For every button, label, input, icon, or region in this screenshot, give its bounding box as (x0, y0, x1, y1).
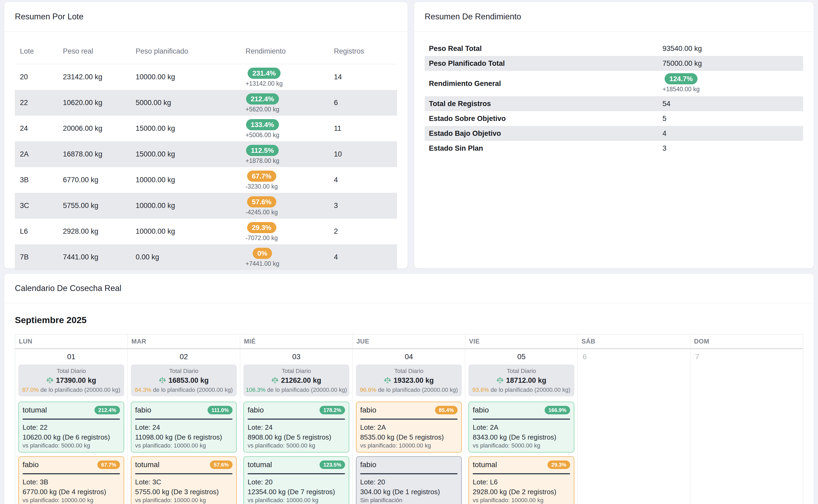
day-events: fabio85.4% Lote: 2A 8535.00 kg (De 5 reg… (356, 402, 462, 504)
event-vs: vs planificado: 5000.00 kg (23, 442, 120, 449)
day-number: 02 (131, 349, 237, 364)
event-kg: 10620.00 kg (De 6 registros) (23, 433, 120, 441)
weekday-header-sab: SÁB (578, 334, 690, 349)
performance-summary-card: Resumen De Rendimiento Peso Real Total 9… (414, 2, 814, 268)
event-divider (135, 473, 232, 474)
peso-planificado-cell: 10000.00 kg (131, 167, 240, 193)
event-divider (248, 419, 345, 420)
perf-label: Estado Sin Plan (429, 144, 483, 153)
harvest-event-card[interactable]: fabio166.9% Lote: 2A 8343.00 kg (De 5 re… (469, 402, 574, 453)
rendimiento-badge: 212.4% (246, 93, 279, 105)
day-number: 05 (469, 349, 574, 364)
rendimiento-cell: 231.4%+13142.00 kg (245, 68, 283, 87)
day-events: fabio166.9% Lote: 2A 8343.00 kg (De 5 re… (469, 402, 574, 504)
lote-cell: 20 (15, 64, 58, 90)
event-lote: Lote: 24 (135, 423, 232, 432)
daily-total-pct: 84.3% (135, 386, 151, 393)
daily-total-kg-value: 17390.00 kg (56, 376, 96, 385)
event-vs: vs planificado: 10000.00 kg (473, 497, 570, 503)
event-badge: 178.2% (319, 406, 345, 414)
rendimiento-cell: 112.5%+1878.00 kg (245, 145, 279, 164)
peso-planificado-cell: 0.00 kg (131, 244, 240, 270)
event-lote: Lote: 2A (360, 423, 458, 432)
weekday-header-mie: MIÉ (240, 334, 353, 349)
peso-real-cell: 7441.00 kg (58, 244, 131, 270)
delta-kg: +18540.00 kg (663, 86, 700, 92)
daily-total-kg-value: 16853.00 kg (168, 376, 209, 385)
event-name: totumal (23, 406, 47, 414)
lot-table-header-row: Lote Peso real Peso planificado Rendimie… (15, 32, 397, 64)
scale-icon (159, 377, 166, 384)
perf-row: Estado Bajo Objetivo 4 (425, 126, 803, 141)
harvest-event-card[interactable]: totumal212.4% Lote: 22 10620.00 kg (De 6… (18, 402, 124, 453)
event-lote: Lote: 20 (360, 478, 458, 486)
daily-total-plan-text: de lo planificado (20000.00 kg) (376, 386, 458, 393)
peso-planificado-cell: 15000.00 kg (131, 141, 240, 167)
harvest-event-card[interactable]: fabio Lote: 20 304.00 kg (De 1 registros… (356, 456, 462, 504)
harvest-event-card[interactable]: fabio85.4% Lote: 2A 8535.00 kg (De 5 reg… (356, 402, 462, 453)
delta-kg: +5620.00 kg (245, 106, 279, 112)
lote-cell: 2A (15, 141, 58, 167)
calendar-day-05: 05 Total Diario 18712.00 kg 93.6% de lo … (465, 349, 578, 504)
registros-cell: 4 (329, 244, 397, 270)
harvest-event-card[interactable]: totumal123.5% Lote: 20 12354.00 kg (De 7… (243, 456, 349, 504)
daily-total-label: Total Diario (245, 368, 347, 374)
event-name: fabio (360, 406, 376, 414)
rendimiento-cell: 212.4%+5620.00 kg (245, 93, 279, 112)
event-kg: 8908.00 kg (De 5 registros) (248, 433, 345, 441)
peso-planificado-cell: 10000.00 kg (131, 219, 240, 244)
daily-total-kg: 16853.00 kg (133, 376, 235, 385)
harvest-calendar-card: Calendario De Cosecha Real Septiembre 20… (4, 274, 814, 504)
event-vs: vs planificado: 5000.00 kg (248, 442, 345, 449)
event-name: fabio (473, 406, 489, 414)
daily-total-kg: 21262.00 kg (245, 376, 347, 385)
calendar-day-03: 03 Total Diario 21262.00 kg 106.3% de lo… (240, 349, 353, 504)
perf-value: 5 (663, 115, 667, 123)
lot-table: Lote Peso real Peso planificado Rendimie… (15, 32, 397, 270)
daily-total-box: Total Diario 19323.00 kg 96.6% de lo pla… (356, 364, 462, 396)
delta-kg: -3230.00 kg (245, 184, 278, 190)
daily-total-box: Total Diario 21262.00 kg 106.3% de lo pl… (243, 364, 349, 396)
rendimiento-cell: 0%+7441.00 kg (245, 248, 279, 267)
lote-cell: 7B (15, 244, 58, 270)
daily-total-kg: 17390.00 kg (20, 376, 122, 385)
delta-kg: -4245.00 kg (245, 209, 278, 215)
scale-icon (497, 377, 504, 384)
event-badge: 212.4% (94, 406, 120, 414)
harvest-event-card[interactable]: fabio67.7% Lote: 3B 6770.00 kg (De 4 reg… (18, 456, 124, 504)
harvest-event-card[interactable]: totumal57.6% Lote: 3C 5755.00 kg (De 3 r… (131, 456, 237, 504)
column-header-peso-real: Peso real (58, 32, 131, 64)
harvest-event-card[interactable]: fabio178.2% Lote: 24 8908.00 kg (De 5 re… (243, 402, 349, 453)
peso-real-cell: 20006.00 kg (58, 116, 131, 141)
event-divider (473, 419, 570, 420)
weekday-header-dom: DOM (690, 334, 803, 349)
event-vs: vs planificado: 10000.00 kg (23, 497, 120, 503)
perf-row: Rendimiento General 124.7% +18540.00 kg (425, 71, 803, 96)
daily-total-kg: 19323.00 kg (358, 376, 460, 385)
table-row: 7B 7441.00 kg 0.00 kg 0%+7441.00 kg 4 (15, 244, 397, 270)
day-number: 03 (243, 349, 349, 364)
harvest-event-card[interactable]: totumal29.3% Lote: L6 2928.00 kg (De 2 r… (469, 456, 574, 504)
day-events: fabio178.2% Lote: 24 8908.00 kg (De 5 re… (243, 402, 349, 504)
daily-total-kg-value: 19323.00 kg (393, 376, 434, 385)
event-vs: Sin planificación (360, 497, 458, 503)
lot-summary-title: Resumen Por Lote (4, 2, 408, 32)
calendar-day-07: 7 (690, 349, 803, 504)
daily-total-kg-value: 18712.00 kg (506, 376, 547, 385)
event-lote: Lote: 3B (23, 478, 120, 486)
harvest-event-card[interactable]: fabio111.0% Lote: 24 11098.00 kg (De 6 r… (131, 402, 237, 453)
peso-real-cell: 6770.00 kg (58, 167, 131, 193)
peso-planificado-cell: 5000.00 kg (131, 90, 240, 116)
perf-value: 4 (663, 129, 667, 138)
peso-real-cell: 5755.00 kg (58, 193, 131, 219)
event-lote: Lote: 2A (473, 423, 570, 432)
daily-total-pct: 96.6% (360, 386, 376, 393)
rendimiento-badge: 112.5% (246, 145, 279, 156)
rendimiento-badge: 57.6% (247, 196, 276, 207)
event-kg: 12354.00 kg (De 7 registros) (248, 488, 345, 496)
rendimiento-cell: 133.4%+5006.00 kg (245, 119, 279, 138)
delta-kg: +5006.00 kg (245, 132, 279, 138)
peso-real-cell: 2928.00 kg (58, 219, 131, 244)
event-vs: vs planificado: 10000.00 kg (360, 442, 458, 449)
perf-label: Estado Sobre Objetivo (429, 115, 506, 123)
